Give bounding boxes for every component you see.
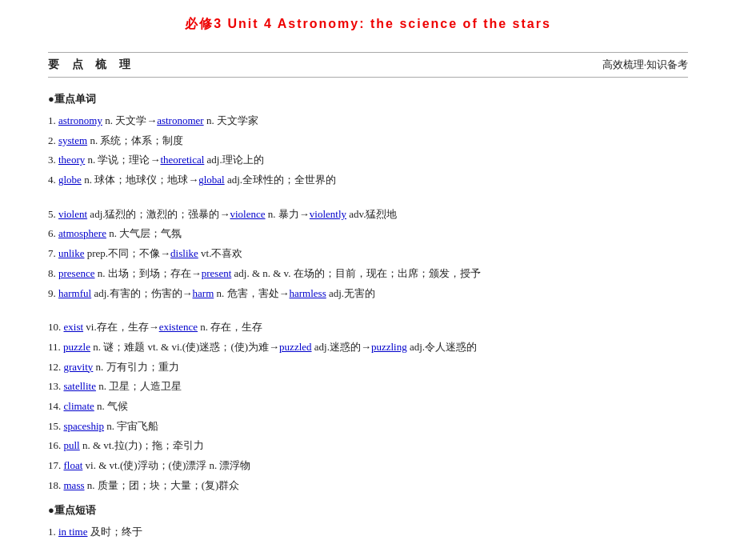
- list-item: 5. violent adj.猛烈的；激烈的；强暴的→violence n. 暴…: [48, 205, 688, 225]
- vocab-word[interactable]: climate: [64, 400, 94, 412]
- vocab-word[interactable]: global: [198, 174, 225, 186]
- phrase-word[interactable]: in time: [58, 526, 87, 538]
- vocab-word[interactable]: atmosphere: [58, 227, 106, 239]
- list-item: 12. gravity n. 万有引力；重力: [48, 358, 688, 378]
- vocab-word[interactable]: theory: [58, 154, 85, 166]
- phrase-title: ●重点短语: [48, 503, 688, 518]
- vocab-word[interactable]: harmful: [58, 287, 91, 299]
- vocab-word[interactable]: globe: [58, 174, 82, 186]
- list-item: 16. pull n. & vt.拉(力)；拖；牵引力: [48, 436, 688, 456]
- vocab-word[interactable]: system: [58, 134, 87, 146]
- vocab-word[interactable]: spaceship: [64, 420, 105, 432]
- vocab-word[interactable]: violently: [310, 208, 346, 220]
- vocab-word[interactable]: present: [202, 267, 232, 279]
- vocab-word[interactable]: satellite: [64, 380, 96, 392]
- list-item: 7. unlike prep.不同；不像→dislike vt.不喜欢: [48, 244, 688, 264]
- vocab-word[interactable]: pull: [64, 439, 80, 451]
- vocab-word[interactable]: dislike: [170, 247, 198, 259]
- vocab-word[interactable]: astronomer: [157, 114, 203, 126]
- vocab-word[interactable]: unlike: [58, 247, 85, 259]
- list-item: 10. exist vi.存在，生存→existence n. 存在，生存: [48, 318, 688, 338]
- list-item: 2. system n. 系统；体系；制度: [48, 131, 688, 151]
- list-item: 1. in time 及时；终于: [48, 522, 688, 542]
- vocab-word[interactable]: puzzling: [371, 341, 407, 353]
- page-title: 必修3 Unit 4 Astronomy: the science of the…: [48, 16, 688, 33]
- vocab-word[interactable]: mass: [64, 479, 85, 491]
- list-item: 4. globe n. 球体；地球仪；地球→global adj.全球性的；全世…: [48, 170, 688, 190]
- section-header: 要 点 梳 理 高效梳理·知识备考: [48, 52, 688, 78]
- vocab-word[interactable]: gravity: [64, 361, 94, 373]
- vocab-list-3: 10. exist vi.存在，生存→existence n. 存在，生存11.…: [48, 318, 688, 495]
- vocab-word[interactable]: existence: [159, 321, 198, 333]
- section-header-right: 高效梳理·知识备考: [602, 58, 688, 72]
- vocab-word[interactable]: puzzle: [63, 341, 90, 353]
- list-item: 6. atmosphere n. 大气层；气氛: [48, 224, 688, 244]
- vocab-word[interactable]: exist: [64, 321, 84, 333]
- vocab-section: ●重点单词 1. astronomy n. 天文学→astronomer n. …: [48, 92, 688, 495]
- vocab-word[interactable]: theoretical: [160, 154, 204, 166]
- vocab-word[interactable]: astronomy: [58, 114, 102, 126]
- list-item: 11. puzzle n. 谜；难题 vt. & vi.(使)迷惑；(使)为难→…: [48, 338, 688, 358]
- list-item: 9. harmful adj.有害的；伤害的→harm n. 危害，害处→har…: [48, 284, 688, 304]
- list-item: 18. mass n. 质量；团；块；大量；(复)群众: [48, 476, 688, 496]
- section-header-left: 要 点 梳 理: [48, 58, 135, 72]
- phrase-list: 1. in time 及时；终于: [48, 522, 688, 542]
- list-item: 3. theory n. 学说；理论→theoretical adj.理论上的: [48, 150, 688, 170]
- list-item: 14. climate n. 气候: [48, 397, 688, 417]
- list-item: 17. float vi. & vt.(使)浮动；(使)漂浮 n. 漂浮物: [48, 456, 688, 476]
- phrase-section: ●重点短语 1. in time 及时；终于: [48, 503, 688, 542]
- list-item: 13. satellite n. 卫星；人造卫星: [48, 377, 688, 397]
- vocab-word[interactable]: harmless: [290, 287, 326, 299]
- vocab-word[interactable]: puzzled: [279, 341, 311, 353]
- vocab-word[interactable]: harm: [193, 287, 214, 299]
- vocab-word[interactable]: float: [64, 459, 83, 471]
- vocab-title: ●重点单词: [48, 92, 688, 106]
- list-item: 8. presence n. 出场；到场；存在→present adj. & n…: [48, 264, 688, 284]
- vocab-word[interactable]: violence: [230, 208, 266, 220]
- list-item: 1. astronomy n. 天文学→astronomer n. 天文学家: [48, 111, 688, 131]
- vocab-word[interactable]: presence: [58, 267, 94, 279]
- vocab-list-2: 5. violent adj.猛烈的；激烈的；强暴的→violence n. 暴…: [48, 205, 688, 303]
- vocab-list-1: 1. astronomy n. 天文学→astronomer n. 天文学家2.…: [48, 111, 688, 190]
- list-item: 15. spaceship n. 宇宙飞船: [48, 417, 688, 437]
- vocab-word[interactable]: violent: [58, 208, 87, 220]
